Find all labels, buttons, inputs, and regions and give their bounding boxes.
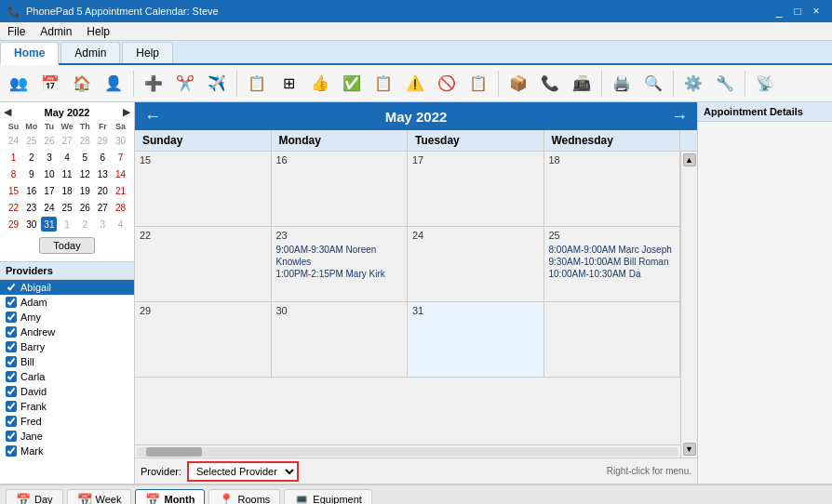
bottom-tab-day[interactable]: 📅Day <box>6 489 63 505</box>
mini-cal-day[interactable]: 14 <box>113 166 128 181</box>
toolbar-btn-signal[interactable]: 📡 <box>750 69 780 99</box>
provider-checkbox[interactable] <box>6 401 17 412</box>
toolbar-btn-phone[interactable]: 📞 <box>535 69 565 99</box>
h-scroll-thumb[interactable] <box>146 447 202 457</box>
mini-cal-day[interactable]: 29 <box>95 133 111 148</box>
mini-cal-day[interactable]: 28 <box>113 200 128 215</box>
mini-cal-day[interactable]: 3 <box>41 150 57 165</box>
mini-cal-day[interactable]: 25 <box>23 133 39 148</box>
toolbar-btn-settings[interactable]: ⚙️ <box>678 69 708 99</box>
cal-event[interactable]: 8:00AM-9:00AM Marc Joseph <box>549 244 676 256</box>
cal-day-cell[interactable]: 18 <box>544 152 681 226</box>
mini-cal-next[interactable]: ▶ <box>123 106 130 118</box>
mini-cal-day[interactable]: 21 <box>113 183 128 198</box>
cal-event[interactable]: 10:00AM-10:30AM Da <box>549 268 676 280</box>
cal-day-cell[interactable]: 258:00AM-9:00AM Marc Joseph9:30AM-10:00A… <box>544 227 681 301</box>
mini-cal-day[interactable]: 12 <box>77 166 93 181</box>
mini-cal-day[interactable]: 17 <box>41 183 57 198</box>
mini-cal-prev[interactable]: ◀ <box>4 106 11 118</box>
menu-admin[interactable]: Admin <box>33 23 79 40</box>
toolbar-btn-calendar[interactable]: 📅 <box>35 69 65 99</box>
h-scrollbar[interactable] <box>135 444 680 458</box>
mini-cal-day[interactable]: 9 <box>23 166 39 181</box>
minimize-button[interactable]: _ <box>771 3 787 20</box>
mini-cal-day[interactable]: 24 <box>41 200 57 215</box>
mini-cal-day[interactable]: 30 <box>23 217 39 232</box>
toolbar-btn-grid[interactable]: ⊞ <box>274 69 303 99</box>
mini-cal-day[interactable]: 4 <box>113 217 128 232</box>
mini-cal-day[interactable]: 28 <box>77 133 93 148</box>
menu-file[interactable]: File <box>0 23 33 40</box>
cal-event[interactable]: 9:30AM-10:00AM Bill Roman <box>549 256 676 268</box>
provider-item[interactable]: Mark <box>0 444 134 458</box>
cal-scroll-area[interactable]: 1516171822239:00AM-9:30AM Noreen Knowles… <box>135 152 680 444</box>
toolbar-btn-clipboard2[interactable]: 📋 <box>463 69 493 99</box>
provider-select[interactable]: Selected ProviderAll ProvidersAbigailAda… <box>187 461 299 482</box>
toolbar-btn-warning[interactable]: ⚠️ <box>400 69 430 99</box>
toolbar-btn-clipboard[interactable]: 📋 <box>242 69 272 99</box>
provider-checkbox[interactable] <box>6 341 17 352</box>
bottom-tab-week[interactable]: 📆Week <box>67 489 132 505</box>
toolbar-btn-block[interactable]: 🚫 <box>432 69 462 99</box>
provider-item[interactable]: Jane <box>0 429 134 444</box>
mini-cal-day[interactable]: 1 <box>6 150 21 165</box>
mini-cal-day[interactable]: 18 <box>59 183 74 198</box>
menu-help[interactable]: Help <box>79 23 117 40</box>
provider-item[interactable]: Abigail <box>0 280 134 295</box>
mini-cal-day[interactable]: 10 <box>41 166 57 181</box>
provider-checkbox[interactable] <box>6 371 17 382</box>
toolbar-btn-user[interactable]: 👤 <box>99 69 128 99</box>
toolbar-btn-add[interactable]: ➕ <box>139 69 168 99</box>
cal-day-cell[interactable]: 31 <box>408 302 544 377</box>
cal-day-cell[interactable]: 17 <box>408 152 544 226</box>
toolbar-btn-flight[interactable]: ✈️ <box>202 69 232 99</box>
mini-cal-day[interactable]: 8 <box>6 166 21 181</box>
cal-day-cell[interactable]: 30 <box>272 302 409 377</box>
mini-cal-day[interactable]: 27 <box>59 133 74 148</box>
today-button[interactable]: Today <box>39 237 94 254</box>
provider-item[interactable]: Frank <box>0 399 134 414</box>
mini-cal-day[interactable]: 15 <box>6 183 21 198</box>
bottom-tab-equipment[interactable]: 💻Equipment <box>284 489 372 505</box>
mini-cal-day[interactable]: 25 <box>59 200 74 215</box>
mini-cal-day[interactable]: 27 <box>95 200 111 215</box>
scroll-down-btn[interactable]: ▼ <box>683 443 696 456</box>
toolbar-btn-tools[interactable]: 🔧 <box>710 69 740 99</box>
provider-item[interactable]: Bill <box>0 354 134 369</box>
toolbar-btn-print[interactable]: 🖨️ <box>607 69 637 99</box>
mini-cal-day[interactable]: 29 <box>6 217 21 232</box>
provider-item[interactable]: Amy <box>0 310 134 325</box>
cal-day-cell[interactable]: 24 <box>408 227 544 301</box>
mini-cal-day[interactable]: 24 <box>6 133 21 148</box>
provider-item[interactable]: Carla <box>0 369 134 384</box>
toolbar-btn-search[interactable]: 🔍 <box>638 69 668 99</box>
toolbar-btn-cut[interactable]: ✂️ <box>170 69 200 99</box>
toolbar-btn-box[interactable]: 📦 <box>503 69 533 99</box>
provider-checkbox[interactable] <box>6 356 17 367</box>
provider-checkbox[interactable] <box>6 312 17 323</box>
mini-cal-day[interactable]: 26 <box>41 133 57 148</box>
cal-next-button[interactable]: → <box>671 107 688 126</box>
mini-cal-day[interactable]: 4 <box>59 150 74 165</box>
bottom-tab-month[interactable]: 📅Month <box>135 489 205 505</box>
close-button[interactable]: × <box>808 3 825 20</box>
toolbar-btn-check[interactable]: ✅ <box>337 69 367 99</box>
mini-cal-day[interactable]: 5 <box>77 150 93 165</box>
provider-item[interactable]: Fred <box>0 414 134 429</box>
mini-cal-day[interactable]: 30 <box>113 133 128 148</box>
cal-day-cell[interactable]: 16 <box>272 152 409 226</box>
mini-cal-day[interactable]: 3 <box>95 217 111 232</box>
cal-event[interactable]: 9:00AM-9:30AM Noreen Knowles <box>276 244 403 268</box>
cal-day-cell[interactable]: 15 <box>135 152 272 226</box>
tab-admin[interactable]: Admin <box>60 42 120 63</box>
mini-cal-day[interactable]: 16 <box>23 183 39 198</box>
provider-checkbox[interactable] <box>6 445 17 457</box>
toolbar-btn-home[interactable]: 🏠 <box>67 69 97 99</box>
bottom-tab-rooms[interactable]: 📍Rooms <box>208 489 280 505</box>
mini-cal-day[interactable]: 2 <box>23 150 39 165</box>
mini-cal-day[interactable]: 23 <box>23 200 39 215</box>
toolbar-btn-list[interactable]: 📋 <box>369 69 398 99</box>
mini-cal-day[interactable]: 1 <box>59 217 74 232</box>
provider-checkbox[interactable] <box>6 326 17 338</box>
cal-day-cell[interactable]: 239:00AM-9:30AM Noreen Knowles1:00PM-2:1… <box>272 227 409 301</box>
